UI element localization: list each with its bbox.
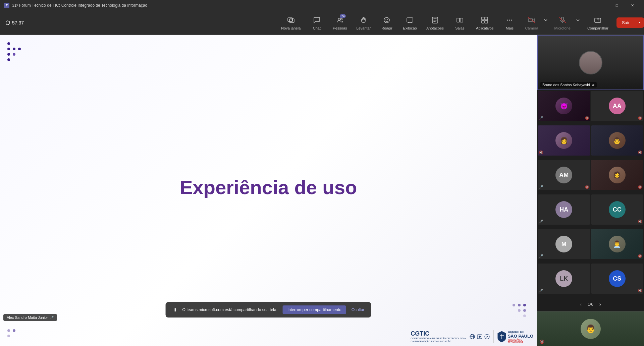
participant-12-avatar: CS [609, 270, 626, 287]
anotacoes-icon [430, 15, 440, 25]
app-icon: T [4, 3, 9, 8]
aplicativos-icon [480, 15, 489, 25]
microfone-icon [558, 15, 567, 25]
sharing-message: O teams.microsoft.com está compartilhand… [182, 307, 277, 312]
participant-11-mic-icon: 🎤 [539, 289, 543, 292]
mais-icon [505, 15, 514, 25]
svg-point-17 [511, 19, 512, 20]
svg-point-5 [386, 19, 386, 20]
participant-tile-12: CS 🔇 [591, 264, 644, 294]
participants-panel: Bruno dos Santos Kobayashi 🖥 😈 🎤 🔇 AA 🔇 [537, 35, 644, 346]
chevron-down-icon [544, 18, 548, 22]
participant-tile-10: 👨‍💼 🔇 [591, 229, 644, 259]
svg-rect-14 [485, 20, 488, 23]
exibicao-icon [405, 15, 415, 25]
participant-tile-8: CC 🔇 [591, 194, 644, 225]
compartilhar-button[interactable]: Compartilhar [583, 13, 612, 32]
microfone-group[interactable]: Microfone [551, 13, 582, 32]
decoration-dots-bottomleft [7, 329, 16, 339]
svg-rect-12 [485, 17, 488, 20]
sair-label: Sair [616, 17, 635, 28]
sharing-pause-icon: ⏸ [172, 307, 177, 312]
cgtic-logo: CGTIC COORDENADORIA DE GESTÃO DE TECNOLO… [411, 330, 466, 343]
participant-tile-7: HA 🎤 [538, 194, 590, 225]
participant-tile-9: M 🎤 [538, 229, 590, 259]
end-call-arrow[interactable] [635, 18, 644, 27]
main-content: Experiência de uso [0, 35, 644, 346]
nova-janela-button[interactable]: Nova janela [277, 13, 305, 32]
titlebar: T 31º Fórum Técnico de TIC: Controle Int… [0, 0, 644, 11]
chat-icon [312, 15, 321, 25]
svg-point-3 [341, 18, 342, 20]
participant-tile-5: AM 🎤 🔇 [538, 160, 590, 190]
mic-chevron-down-icon [576, 18, 580, 22]
hide-sharing-button[interactable]: Ocultar [352, 307, 365, 312]
bottom-participant-mic: 🔇 [540, 340, 544, 344]
anotacoes-button[interactable]: Anotações [422, 13, 448, 32]
svg-rect-10 [460, 18, 463, 22]
participants-grid: 😈 🎤 🔇 AA 🔇 👩 🔇 [537, 90, 644, 298]
stop-sharing-button[interactable]: Interromper compartilhamento [283, 305, 346, 314]
participant-7-avatar: HA [555, 201, 572, 218]
salas-icon [455, 15, 465, 25]
camera-group[interactable]: Câmera [522, 13, 549, 32]
participant-8-avatar: CC [609, 201, 626, 218]
slide-background: Experiência de uso [0, 35, 537, 346]
participant-tile-1: 😈 🎤 🔇 [538, 91, 590, 121]
svg-rect-11 [482, 17, 484, 20]
presentation-area: Experiência de uso [0, 35, 537, 346]
slide-title: Experiência de uso [180, 176, 357, 198]
reagir-icon [382, 15, 391, 25]
cgtic-text: CGTIC [411, 330, 429, 337]
window-title: 31º Fórum Técnico de TIC: Controle Integ… [12, 3, 594, 8]
compartilhar-icon [593, 15, 602, 25]
participant-1-mic-icon: 🎤 [539, 116, 543, 120]
bottom-participant-tile: 👨 🔇 [537, 311, 644, 346]
cgtic-icons [469, 334, 490, 340]
reagir-button[interactable]: Reagir [376, 13, 397, 32]
participant-9-avatar: M [555, 236, 572, 252]
participant-tile-4: 👨 🔇 [591, 125, 644, 156]
logo-divider [493, 330, 494, 343]
pessoas-button[interactable]: 74 Pessoas [329, 13, 351, 32]
exibicao-button[interactable]: Exibição [399, 13, 421, 32]
participant-tile-3: 👩 🔇 [538, 125, 590, 156]
participant-8-mic-off: 🔇 [638, 220, 642, 223]
camera-icon [527, 15, 536, 25]
mais-button[interactable]: Mais [499, 13, 520, 32]
pagination-text: 1/6 [588, 302, 593, 307]
pagination-next-button[interactable]: › [597, 301, 603, 308]
participant-6-mic-off: 🔇 [638, 185, 642, 189]
participant-7-mic-icon: 🎤 [539, 220, 543, 223]
svg-point-4 [384, 17, 389, 23]
participant-10-mic-off: 🔇 [638, 254, 642, 258]
participant-3-mic-icon: 🔇 [539, 151, 543, 154]
maximize-button[interactable]: □ [609, 0, 625, 11]
presenter-name-badge: Alex Sandro Maita Junior 🎤 [3, 314, 57, 321]
pagination: ‹ 1/6 › [537, 298, 644, 311]
call-timer: 57:37 [5, 20, 24, 25]
presenter-video [538, 36, 643, 90]
participant-5-mic-off: 🔇 [585, 185, 589, 189]
svg-point-28 [485, 334, 489, 339]
participant-1-mic-off: 🔇 [585, 116, 589, 120]
salas-button[interactable]: Salas [449, 13, 471, 32]
participant-4-mic-off: 🔇 [638, 151, 642, 154]
aplicativos-button[interactable]: Aplicativos [472, 13, 498, 32]
end-call-button[interactable]: Sair [616, 17, 644, 28]
participant-11-avatar: LK [555, 270, 572, 287]
pessoas-icon: 74 [335, 15, 344, 25]
minimize-button[interactable]: — [594, 0, 609, 11]
close-button[interactable]: ✕ [625, 0, 640, 11]
svg-line-18 [528, 17, 535, 23]
participant-tile-6: 🧔 🔇 [591, 160, 644, 190]
main-presenter-tile: Bruno dos Santos Kobayashi 🖥 [537, 35, 644, 90]
svg-rect-13 [482, 20, 484, 23]
pagination-prev-button[interactable]: ‹ [578, 301, 584, 308]
main-presenter-name: Bruno dos Santos Kobayashi 🖥 [540, 82, 597, 88]
levantar-icon [359, 15, 368, 25]
levantar-button[interactable]: Levantar [353, 13, 375, 32]
chat-button[interactable]: Chat [306, 13, 327, 32]
svg-rect-9 [457, 18, 460, 22]
participant-tile-2: AA 🔇 [591, 91, 644, 121]
